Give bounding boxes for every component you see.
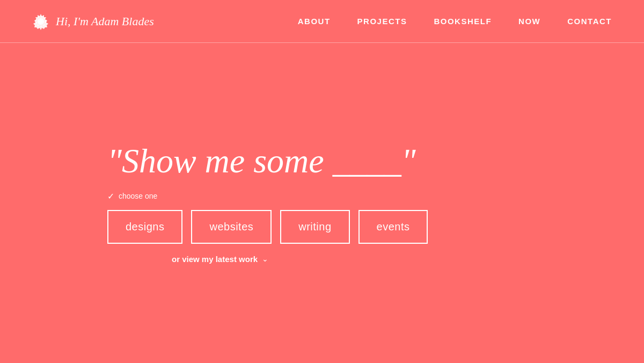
gear-icon [32, 13, 49, 30]
nav-item-contact[interactable]: CONTACT [567, 17, 612, 26]
choose-one-label: choose one [119, 192, 157, 200]
chevron-down-icon: ✓ [107, 191, 114, 201]
category-button-events[interactable]: events [358, 210, 428, 244]
hero-section: "Show me some ____" ✓ choose one designs… [0, 43, 644, 363]
nav-item-bookshelf[interactable]: BOOKSHELF [434, 17, 492, 26]
nav-item-about[interactable]: ABOUT [298, 17, 331, 26]
category-button-writing[interactable]: writing [280, 210, 349, 244]
latest-work-row[interactable]: or view my latest work ⌄ [172, 255, 268, 264]
category-button-websites[interactable]: websites [191, 210, 272, 244]
hero-headline: "Show me some ____" [107, 142, 416, 180]
category-buttons: designs websites writing events [107, 210, 428, 244]
logo-link[interactable]: Hi, I'm Adam Blades [32, 13, 154, 30]
choose-one-row: ✓ choose one [107, 191, 157, 201]
nav-item-projects[interactable]: PROJECTS [357, 17, 407, 26]
main-nav: ABOUT PROJECTS BOOKSHELF NOW CONTACT [298, 17, 612, 26]
latest-work-text[interactable]: or view my latest work [172, 255, 258, 264]
chevron-down-small-icon: ⌄ [262, 255, 268, 264]
logo-text: Hi, I'm Adam Blades [56, 14, 154, 28]
nav-item-now[interactable]: NOW [518, 17, 540, 26]
category-button-designs[interactable]: designs [107, 210, 182, 244]
